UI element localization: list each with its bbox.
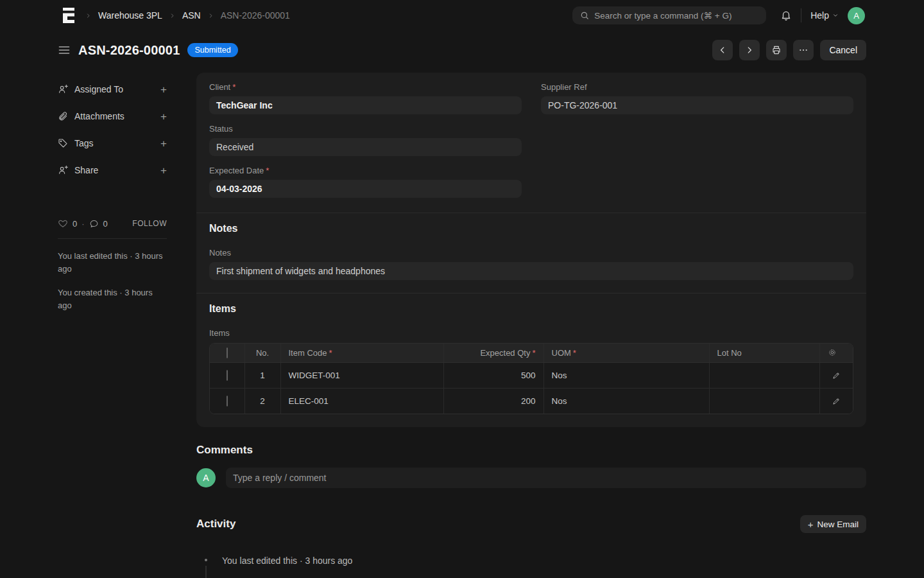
app-logo-icon[interactable] xyxy=(62,8,75,23)
status-badge: Submitted xyxy=(187,43,237,57)
navbar-divider xyxy=(801,8,801,22)
print-button[interactable] xyxy=(766,40,787,60)
lot-no-cell[interactable] xyxy=(709,388,819,414)
grid-header-row: No. Item Code* Expected Qty* UOM* Lot No xyxy=(210,344,853,362)
navbar: Warehouse 3PL ASN ASN-2026-00001 Help A xyxy=(0,0,924,31)
required-marker: * xyxy=(532,348,535,358)
item-code-cell[interactable]: WIDGET-001 xyxy=(280,362,443,388)
paperclip-icon xyxy=(58,111,68,121)
field-label: Items xyxy=(209,328,853,338)
field-notes: Notes First shipment of widgets and head… xyxy=(209,248,853,280)
notifications-bell-icon[interactable] xyxy=(780,10,792,21)
add-attachment-button[interactable]: + xyxy=(160,111,167,122)
row-checkbox[interactable] xyxy=(227,396,228,407)
next-document-button[interactable] xyxy=(739,40,760,60)
created-text: You created this · 3 hours ago xyxy=(58,286,167,312)
new-email-label: New Email xyxy=(817,520,859,529)
chevron-right-icon xyxy=(208,13,214,19)
counts-separator: · xyxy=(81,219,84,229)
column-header-item-code: Item Code* xyxy=(280,344,443,362)
expected-qty-cell[interactable]: 200 xyxy=(443,388,543,414)
details-section: Client* TechGear Inc Status Received Exp… xyxy=(196,73,866,213)
client-input[interactable]: TechGear Inc xyxy=(209,96,522,114)
breadcrumb-doctype[interactable]: ASN xyxy=(182,10,201,21)
table-row: 2 ELEC-001 200 Nos xyxy=(210,388,853,414)
add-share-button[interactable]: + xyxy=(160,165,167,176)
chevron-right-icon xyxy=(85,13,91,19)
status-input[interactable]: Received xyxy=(209,138,522,156)
user-avatar[interactable]: A xyxy=(848,7,865,24)
breadcrumb-workspace[interactable]: Warehouse 3PL xyxy=(98,10,162,21)
sidebar-toggle-icon[interactable] xyxy=(58,44,71,57)
activity-heading: Activity xyxy=(196,518,235,530)
follow-button[interactable]: FOLLOW xyxy=(132,219,167,228)
comment-avatar[interactable]: A xyxy=(196,468,216,487)
menu-ellipsis-button[interactable] xyxy=(793,40,814,60)
select-all-checkbox[interactable] xyxy=(227,347,228,358)
global-search[interactable] xyxy=(572,6,766,24)
comment-bubble-icon[interactable] xyxy=(89,219,99,229)
sidebar-item-label: Attachments xyxy=(74,111,160,121)
user-plus-icon xyxy=(58,84,68,94)
activity-timeline: You last edited this · 3 hours ago xyxy=(196,555,866,578)
edit-row-pencil-icon[interactable] xyxy=(832,371,841,380)
comments-heading: Comments xyxy=(196,444,866,457)
help-label: Help xyxy=(810,10,829,21)
required-marker: * xyxy=(329,348,332,358)
comment-input[interactable] xyxy=(226,468,866,488)
sidebar-item-assigned-to[interactable]: Assigned To + xyxy=(58,81,167,98)
required-marker: * xyxy=(573,348,576,358)
timeline-entry: You last edited this · 3 hours ago xyxy=(222,556,352,566)
field-label: Notes xyxy=(209,248,853,258)
item-code-cell[interactable]: ELEC-001 xyxy=(280,388,443,414)
sidebar-item-tags[interactable]: Tags + xyxy=(58,135,167,152)
timeline-dot xyxy=(205,559,207,561)
like-count: 0 xyxy=(73,219,77,229)
sidebar-item-share[interactable]: Share + xyxy=(58,162,167,179)
new-email-button[interactable]: + New Email xyxy=(800,515,866,533)
search-input[interactable] xyxy=(594,11,758,21)
form-card: Client* TechGear Inc Status Received Exp… xyxy=(196,73,866,427)
field-status: Status Received xyxy=(209,124,522,156)
sidebar-item-attachments[interactable]: Attachments + xyxy=(58,108,167,125)
field-label: Status xyxy=(209,124,522,134)
expected-date-input[interactable]: 04-03-2026 xyxy=(209,180,522,198)
page-title: ASN-2026-00001 xyxy=(78,43,180,58)
chevron-right-icon xyxy=(169,13,175,19)
row-checkbox[interactable] xyxy=(227,370,228,381)
field-label: Supplier Ref xyxy=(541,82,853,92)
supplier-ref-input[interactable]: PO-TG-2026-001 xyxy=(541,96,853,114)
page-header: ASN-2026-00001 Submitted Cancel xyxy=(58,39,866,62)
timeline-line xyxy=(205,566,207,578)
column-header-uom: UOM* xyxy=(543,344,709,362)
prev-document-button[interactable] xyxy=(712,40,733,60)
table-row: 1 WIDGET-001 500 Nos xyxy=(210,362,853,388)
field-expected-date: Expected Date* 04-03-2026 xyxy=(209,166,522,198)
grid-settings-gear-icon[interactable] xyxy=(828,348,846,357)
uom-cell[interactable]: Nos xyxy=(543,362,709,388)
notes-input[interactable]: First shipment of widgets and headphones xyxy=(209,262,853,280)
heart-icon[interactable] xyxy=(58,218,68,229)
sidebar-divider xyxy=(58,238,167,239)
uom-cell[interactable]: Nos xyxy=(543,388,709,414)
column-header-no: No. xyxy=(244,344,280,362)
navbar-actions: Help A xyxy=(780,7,865,24)
help-menu[interactable]: Help xyxy=(810,10,839,21)
comment-count: 0 xyxy=(103,219,108,229)
column-header-expected-qty: Expected Qty* xyxy=(443,344,543,362)
lot-no-cell[interactable] xyxy=(709,362,819,388)
column-header-lot-no: Lot No xyxy=(709,344,819,362)
sidebar-item-label: Share xyxy=(74,165,160,175)
items-section: Items Items No. Item Code* xyxy=(196,293,866,427)
section-heading-notes: Notes xyxy=(209,223,853,234)
breadcrumb: Warehouse 3PL ASN ASN-2026-00001 xyxy=(85,10,290,21)
cancel-button[interactable]: Cancel xyxy=(820,40,866,60)
field-label: Client* xyxy=(209,82,522,92)
add-tag-button[interactable]: + xyxy=(160,138,167,149)
last-edited-text: You last edited this · 3 hours ago xyxy=(58,250,167,276)
sidebar-item-label: Tags xyxy=(74,138,160,148)
notes-section: Notes Notes First shipment of widgets an… xyxy=(196,213,866,293)
expected-qty-cell[interactable]: 500 xyxy=(443,362,543,388)
add-assignment-button[interactable]: + xyxy=(160,84,167,95)
edit-row-pencil-icon[interactable] xyxy=(832,397,841,405)
